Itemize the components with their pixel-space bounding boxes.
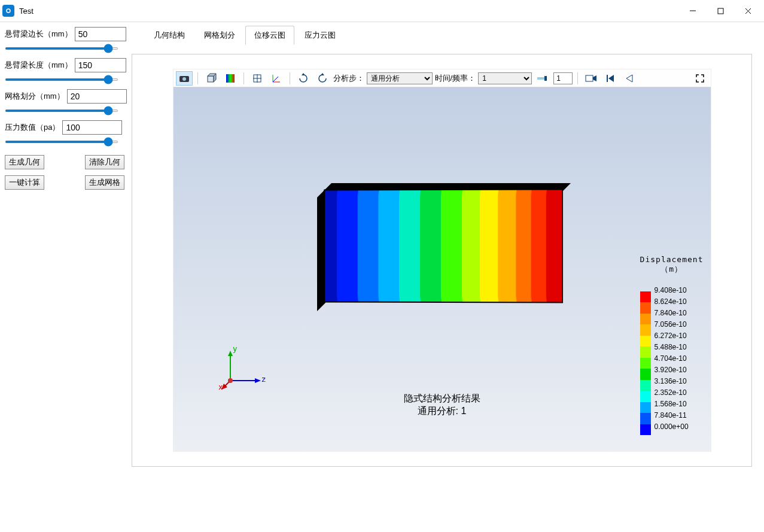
param-label-2: 网格划分（mm） [5,91,65,102]
param-label-1: 悬臂梁长度（mm） [5,60,72,71]
analysis-step-select[interactable]: 通用分析 [367,72,433,84]
svg-rect-23 [607,75,608,82]
snapshot-icon[interactable] [176,71,193,86]
legend-value: 3.920e-10 [655,366,689,373]
svg-rect-21 [586,75,593,81]
legend-value: 6.272e-10 [655,332,689,339]
caption-line2: 通用分析: 1 [404,405,480,418]
generate-geometry-button[interactable]: 生成几何 [5,155,44,169]
svg-rect-7 [208,76,214,82]
maximize-button[interactable] [707,1,734,20]
tab-bar: 几何结构网格划分位移云图应力云图 [132,26,764,45]
param-slider-0[interactable] [5,47,118,50]
param-input-3[interactable] [62,120,122,135]
sidebar: 悬臂梁边长（mm） 悬臂梁长度（mm） 网格划分（mm） 压力数值（pa） 生成… [0,22,129,532]
skip-start-icon[interactable] [602,71,619,86]
svg-rect-10 [226,74,235,83]
one-click-calc-button[interactable]: 一键计算 [5,175,44,190]
axis-z-label: z [262,375,266,384]
frame-spinner[interactable] [553,72,573,84]
play-reverse-icon[interactable] [621,71,638,86]
legend-title: Displacement [640,255,704,264]
window-title: Test [19,7,679,16]
param-slider-2[interactable] [5,110,118,112]
svg-marker-24 [608,75,614,82]
axis-x-label: x [219,382,223,391]
main-panel: 几何结构网格划分位移云图应力云图 分析步： 通用分析 时间/频率： [129,22,764,532]
svg-marker-25 [626,75,632,82]
svg-point-6 [182,77,186,81]
record-icon[interactable] [583,71,599,86]
legend-value: 0.000e+00 [655,423,689,430]
legend-value: 3.136e-10 [655,378,689,385]
legend-value: 5.488e-10 [655,343,689,351]
legend-value: 7.840e-10 [655,309,689,317]
svg-marker-22 [593,75,596,81]
param-slider-1[interactable] [5,78,118,81]
param-input-2[interactable] [67,89,127,104]
viewport-3d[interactable]: 分析步： 通用分析 时间/频率： 1 [173,69,711,452]
tab-2[interactable]: 位移云图 [245,26,294,45]
param-input-1[interactable] [75,58,126,72]
time-freq-label: 时间/频率： [435,73,476,84]
legend-value: 7.840e-11 [655,412,689,419]
param-label-0: 悬臂梁边长（mm） [5,29,72,39]
clear-geometry-button[interactable]: 清除几何 [85,155,124,169]
svg-marker-18 [321,73,324,75]
color-legend: Displacement （m） 9.408e-108.624e-107.840… [640,255,704,435]
tab-1[interactable]: 网格划分 [195,26,244,45]
svg-rect-2 [718,8,723,14]
svg-rect-20 [544,76,547,81]
titlebar: Test [0,0,764,22]
rotate-ccw-icon[interactable] [314,71,331,86]
svg-point-0 [7,9,10,13]
svg-point-32 [228,378,233,383]
viewport-toolbar: 分析步： 通用分析 时间/频率： 1 [174,69,711,87]
slider-icon[interactable] [534,71,551,86]
app-icon [2,5,14,17]
param-slider-3[interactable] [5,141,118,143]
legend-subtitle: （m） [640,264,704,275]
svg-marker-17 [302,73,305,75]
view-cube-icon[interactable] [203,71,220,86]
svg-marker-27 [228,351,233,356]
time-freq-select[interactable]: 1 [478,72,532,84]
svg-line-16 [273,77,278,82]
tab-0[interactable]: 几何结构 [145,26,194,45]
result-caption: 隐式结构分析结果 通用分析: 1 [404,393,480,418]
legend-value: 2.352e-10 [655,389,689,396]
analysis-step-label: 分析步： [333,73,364,84]
viewport-container: 分析步： 通用分析 时间/频率： 1 [132,54,752,467]
legend-value: 9.408e-10 [655,287,689,294]
axis-triad: y x z [221,348,269,391]
caption-line1: 隐式结构分析结果 [404,393,480,405]
generate-mesh-button[interactable]: 生成网格 [85,175,124,190]
svg-rect-19 [537,77,546,80]
legend-value: 7.056e-10 [655,321,689,328]
minimize-button[interactable] [679,1,707,20]
colormap-icon[interactable] [222,71,239,86]
svg-marker-31 [255,378,261,383]
param-label-3: 压力数值（pa） [5,122,60,133]
legend-value: 4.704e-10 [655,355,689,362]
rotate-cw-icon[interactable] [295,71,312,86]
legend-value: 1.568e-10 [655,400,689,408]
fullscreen-icon[interactable] [692,71,708,86]
param-input-0[interactable] [75,27,126,41]
contour-model [323,189,562,303]
axis-y-label: y [233,344,238,353]
axis-xyz-icon[interactable] [268,71,285,86]
close-button[interactable] [734,1,762,20]
legend-value: 8.624e-10 [655,298,689,305]
fit-view-icon[interactable] [249,71,266,86]
tab-3[interactable]: 应力云图 [296,26,345,45]
